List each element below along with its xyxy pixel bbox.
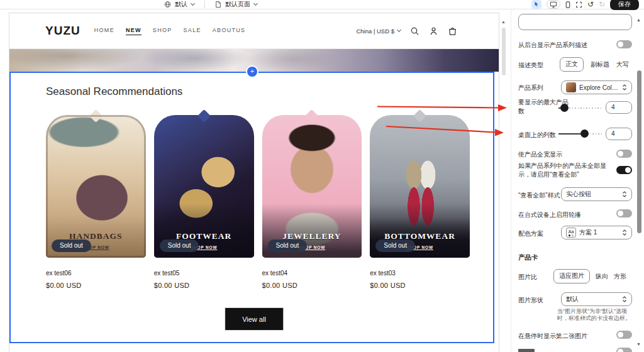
nav-home[interactable]: HOME: [94, 27, 114, 35]
store-header: YUZU HOME NEW SHOP SALE ABOUTUS China | …: [9, 13, 499, 49]
ratio-portrait[interactable]: 纵向: [596, 272, 608, 281]
max-products-value[interactable]: 4: [606, 101, 632, 114]
collection-select[interactable]: Explore Collec...: [561, 80, 632, 94]
slider-knob[interactable]: [560, 104, 569, 112]
search-icon[interactable]: [410, 26, 419, 36]
page-selector[interactable]: 默认页面: [225, 0, 250, 9]
image-shape-help-text: 当“图片形状”为非“默认”选项时，标准样式的卡没有边框。: [557, 308, 638, 322]
clipped-toggle[interactable]: [616, 348, 632, 352]
desc-type-uppercase[interactable]: 大写: [616, 60, 629, 69]
inspect-cursor-icon: [533, 1, 540, 8]
hover-second-image-label: 在悬停时显示第二张图片: [518, 332, 587, 341]
color-scheme-label: 配色方案: [518, 229, 543, 238]
nav-shop[interactable]: SHOP: [153, 27, 172, 35]
columns-slider[interactable]: [558, 129, 602, 138]
product-card[interactable]: HANDBAGS SHOP NOW Sold out ex test06 $0.…: [46, 115, 146, 289]
settings-panel: 从后台显示产品系列描述 描述类型 正文 副标题 大写 产品系列 Explore …: [514, 0, 635, 352]
sidebar-scrollbar[interactable]: [637, 70, 641, 233]
product-card[interactable]: FOOTWEAR SHOP NOW Sold out ex test05 $0.…: [154, 115, 254, 289]
preview-scroll-up-arrow[interactable]: ▲: [501, 19, 506, 24]
undo-button[interactable]: ↺: [587, 0, 594, 9]
save-button[interactable]: 保存: [610, 0, 639, 10]
product-image-footwear: FOOTWEAR SHOP NOW Sold out: [154, 115, 254, 258]
product-card-header: 产品卡: [518, 253, 538, 262]
product-name[interactable]: ex test05: [154, 270, 254, 277]
sidebar-scroll-up-arrow[interactable]: ▲: [636, 18, 641, 22]
hover-second-image-toggle[interactable]: [616, 331, 632, 339]
arrow-head: [498, 104, 507, 111]
nav-sale[interactable]: SALE: [184, 27, 201, 35]
fullscreen-button[interactable]: [575, 0, 582, 9]
mobile-icon: [565, 1, 570, 8]
product-card[interactable]: BOTTOMWEAR SHOP NOW Sold out ex test03 $…: [370, 115, 470, 289]
globe-icon: [164, 0, 171, 9]
locale-label: China | USD $: [356, 28, 394, 35]
view-all-button[interactable]: View all: [225, 308, 283, 330]
view-all-style-label: “查看全部”样式: [518, 191, 560, 200]
product-price: $0.00 USD: [370, 282, 470, 289]
store-nav: HOME NEW SHOP SALE ABOUTUS: [94, 27, 246, 35]
sold-out-badge: Sold out: [375, 239, 415, 252]
show-description-label: 从后台显示产品系列描述: [518, 41, 587, 50]
redo-button[interactable]: ↻: [599, 0, 605, 9]
theme-selector[interactable]: 默认: [175, 0, 187, 9]
product-image-handbags: HANDBAGS SHOP NOW Sold out: [46, 115, 146, 258]
cart-icon[interactable]: [448, 26, 457, 36]
slider-knob[interactable]: [580, 129, 589, 138]
view-all-style-select[interactable]: 实心按钮: [561, 187, 632, 201]
chevron-down-icon: [397, 28, 401, 32]
inspector-toggle-button[interactable]: [531, 0, 541, 9]
nav-aboutus[interactable]: ABOUTUS: [213, 27, 246, 35]
collection-value: Explore Collec...: [579, 84, 619, 91]
store-preview: YUZU HOME NEW SHOP SALE ABOUTUS China | …: [9, 13, 499, 352]
ratio-adapt[interactable]: 适应图片: [553, 269, 590, 283]
preview-scrollbar[interactable]: [502, 28, 506, 75]
editor-toolbar: 默认 默认页面 ↺ ↻ 保存: [0, 0, 644, 9]
chevron-down-icon: [191, 1, 195, 5]
ratio-square[interactable]: 方形: [614, 272, 626, 281]
full-width-toggle[interactable]: [616, 150, 632, 158]
columns-label: 桌面上的列数: [518, 131, 556, 140]
product-name[interactable]: ex test04: [262, 270, 362, 277]
panel-divider: [511, 9, 511, 352]
carousel-label: 在台式设备上启用轮播: [518, 211, 581, 219]
mobile-preview-button[interactable]: [565, 0, 570, 9]
select-updown-icon: [622, 295, 627, 303]
enable-view-all-label: 如果产品系列中的产品未全部显示，请启用“查看全部”: [518, 162, 613, 179]
chevron-down-icon: [253, 1, 258, 5]
heading-input[interactable]: [518, 14, 632, 30]
sold-out-badge: Sold out: [268, 239, 308, 252]
carousel-toggle[interactable]: [616, 209, 632, 217]
product-name[interactable]: ex test06: [46, 270, 146, 277]
product-price: $0.00 USD: [46, 282, 146, 289]
product-card[interactable]: JEWELLERY SHOP NOW Sold out ex test04 $0…: [262, 115, 362, 289]
collection-thumbnail: [566, 82, 576, 92]
enable-view-all-toggle[interactable]: [616, 166, 632, 174]
select-updown-icon: [622, 190, 627, 198]
account-icon[interactable]: [429, 26, 438, 36]
desc-type-subtitle[interactable]: 副标题: [591, 60, 609, 69]
columns-value[interactable]: 4: [606, 128, 632, 140]
fullscreen-icon: [575, 1, 582, 8]
add-section-button[interactable]: +: [247, 67, 257, 77]
desktop-preview-button[interactable]: [547, 0, 560, 9]
max-products-slider[interactable]: [558, 104, 602, 112]
clipped-label: [518, 349, 535, 352]
image-shape-value: 默认: [566, 295, 619, 304]
store-logo[interactable]: YUZU: [45, 24, 80, 38]
color-scheme-select[interactable]: Aa 方案 1: [561, 226, 632, 239]
product-name[interactable]: ex test03: [370, 270, 470, 277]
sidebar-scroll-down-arrow[interactable]: ▼: [636, 342, 641, 346]
nav-new[interactable]: NEW: [126, 27, 142, 35]
desktop-icon: [550, 1, 557, 8]
product-price: $0.00 USD: [154, 282, 254, 289]
locale-selector[interactable]: China | USD $: [356, 28, 401, 35]
color-scheme-value: 方案 1: [579, 228, 619, 237]
desc-type-body[interactable]: 正文: [560, 57, 584, 72]
product-image-bottomwear: BOTTOMWEAR SHOP NOW Sold out: [370, 115, 470, 258]
show-description-toggle[interactable]: [616, 40, 632, 48]
select-updown-icon: [622, 229, 627, 236]
image-shape-select[interactable]: 默认: [561, 292, 632, 306]
color-scheme-swatch: Aa: [566, 228, 576, 238]
image-ratio-segmented: 适应图片 纵向 方形: [553, 269, 626, 283]
